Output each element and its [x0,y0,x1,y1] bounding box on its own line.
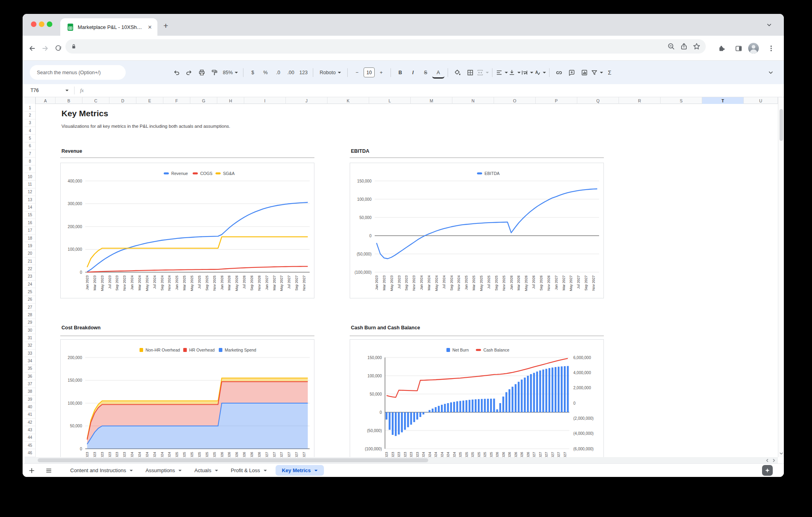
vertical-scrollbar[interactable] [778,97,784,457]
decrease-font-size-button[interactable]: − [351,67,363,79]
row-header-6[interactable]: 6 [25,142,35,150]
row-header-21[interactable]: 21 [25,258,35,265]
column-header-C[interactable]: C [82,97,109,104]
column-header-L[interactable]: L [369,97,411,104]
row-header-30[interactable]: 30 [25,327,35,334]
chart-revenue[interactable]: 400,000300,000200,000100,0000Jan 2023Mar… [60,163,314,298]
increase-font-size-button[interactable]: + [375,67,387,79]
functions-button[interactable]: Σ [603,67,616,79]
fill-color-button[interactable] [451,67,463,79]
zoom-select[interactable]: 85% [221,67,240,79]
sheet-tab-assumptions[interactable]: Assumptions [139,464,188,477]
row-header-41[interactable]: 41 [25,411,35,419]
row-header-45[interactable]: 45 [25,442,35,449]
italic-button[interactable]: I [407,67,419,79]
new-tab-button[interactable]: + [163,21,168,31]
column-header-E[interactable]: E [136,97,163,104]
insert-link-button[interactable] [553,67,565,79]
menu-search-input[interactable]: Search the menus (Option+/) [30,65,126,80]
row-header-5[interactable]: 5 [25,135,35,142]
row-header-29[interactable]: 29 [25,319,35,327]
sheet-tab-profit-loss[interactable]: Profit & Loss [224,464,273,477]
vertical-align-button[interactable] [508,67,521,79]
row-header-22[interactable]: 22 [25,265,35,273]
column-header-J[interactable]: J [286,97,327,104]
row-header-19[interactable]: 19 [25,242,35,250]
row-header-46[interactable]: 46 [25,449,35,457]
column-header-H[interactable]: H [217,97,244,104]
column-header-U[interactable]: U [744,97,778,104]
row-header-11[interactable]: 11 [25,181,35,188]
chart-ebitda[interactable]: 150,000100,00050,0000(50,000)(100,000)Ja… [350,163,604,298]
share-icon[interactable] [680,42,688,51]
chart-cost-breakdown[interactable]: 200,000150,000100,00050,0000Jan 2023Mar … [60,339,314,457]
horizontal-scrollbar[interactable] [25,457,778,463]
zoom-window-button[interactable] [47,21,52,27]
row-header-23[interactable]: 23 [25,273,35,281]
row-header-20[interactable]: 20 [25,250,35,258]
avatar[interactable] [748,43,759,54]
row-header-35[interactable]: 35 [25,365,35,373]
sheet-tab-content-and-instructions[interactable]: Content and Instructions [64,464,139,477]
extensions-puzzle-icon[interactable] [717,44,725,52]
row-header-44[interactable]: 44 [25,434,35,442]
increase-decimal-button[interactable]: .00 [285,67,297,79]
row-header-17[interactable]: 17 [25,227,35,234]
text-color-button[interactable]: A [432,68,444,79]
row-header-2[interactable]: 2 [25,111,35,119]
row-header-24[interactable]: 24 [25,281,35,288]
side-panel-icon[interactable] [735,44,743,52]
row-header-31[interactable]: 31 [25,334,35,342]
row-header-42[interactable]: 42 [25,419,35,426]
row-header-25[interactable]: 25 [25,288,35,296]
reload-icon[interactable] [54,44,62,52]
add-sheet-button[interactable] [23,467,41,474]
text-rotation-button[interactable]: A [534,67,546,79]
scroll-left-icon[interactable] [765,458,770,463]
column-header-A[interactable]: A [36,97,56,104]
browser-tab[interactable]: Marketplace P&L - 10XSheets ✕ [60,18,157,36]
select-all-corner[interactable] [25,97,36,104]
row-header-18[interactable]: 18 [25,234,35,242]
row-header-38[interactable]: 38 [25,388,35,396]
format-currency-button[interactable]: $ [247,67,259,79]
scroll-right-icon[interactable] [772,458,776,463]
minimize-window-button[interactable] [39,21,44,27]
print-button[interactable] [195,67,208,79]
column-header-K[interactable]: K [327,97,369,104]
redo-button[interactable] [183,67,195,79]
decrease-decimal-button[interactable]: .0 [272,67,284,79]
scroll-down-icon[interactable] [779,451,783,455]
column-header-Q[interactable]: Q [577,97,619,104]
borders-button[interactable] [464,67,476,79]
browser-menu-dots-icon[interactable] [767,44,775,52]
row-header-9[interactable]: 9 [25,165,35,173]
row-header-36[interactable]: 36 [25,373,35,380]
column-header-S[interactable]: S [661,97,702,104]
row-header-40[interactable]: 40 [25,403,35,411]
undo-button[interactable] [170,67,182,79]
font-size-input[interactable]: 10 [364,67,375,77]
side-panel-sparkle-button[interactable] [762,465,773,476]
column-header-R[interactable]: R [619,97,661,104]
font-select[interactable]: Roboto [316,67,344,79]
row-header-14[interactable]: 14 [25,204,35,211]
more-formats-button[interactable]: 123 [297,67,310,79]
zoom-page-icon[interactable] [667,42,676,51]
text-wrap-button[interactable] [521,67,533,79]
row-header-37[interactable]: 37 [25,380,35,388]
row-header-33[interactable]: 33 [25,350,35,357]
insert-comment-button[interactable] [565,67,578,79]
close-window-button[interactable] [31,21,36,27]
row-header-3[interactable]: 3 [25,119,35,127]
insert-chart-button[interactable] [578,67,590,79]
column-header-P[interactable]: P [536,97,577,104]
column-header-F[interactable]: F [163,97,190,104]
toolbar-collapse-chevron-icon[interactable] [768,70,774,75]
back-icon[interactable] [28,44,36,52]
address-bar[interactable] [65,39,706,54]
row-header-12[interactable]: 12 [25,188,35,196]
row-header-7[interactable]: 7 [25,150,35,158]
row-header-10[interactable]: 10 [25,173,35,181]
horizontal-align-button[interactable] [496,67,508,79]
